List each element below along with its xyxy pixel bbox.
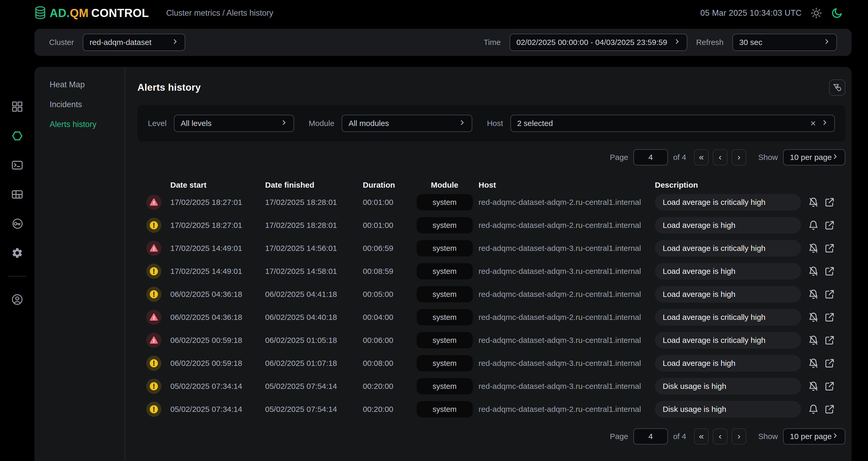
host-cell: red-adqmc-dataset-adqm-3.ru-central1.int… xyxy=(478,336,655,345)
cluster-select[interactable]: red-adqm-dataset xyxy=(83,34,185,51)
next-page-button[interactable]: › xyxy=(732,428,746,444)
warning-level-icon xyxy=(146,402,161,417)
host-cell: red-adqmc-dataset-adqm-3.ru-central1.int… xyxy=(478,382,655,391)
chevron-right-icon xyxy=(832,153,838,162)
previous-page-button[interactable]: ‹ xyxy=(713,428,727,444)
notifications-muted-button[interactable] xyxy=(808,358,818,369)
gear-icon xyxy=(11,247,23,259)
bell-off-icon xyxy=(808,266,818,277)
show-label: Show xyxy=(758,153,778,162)
module-badge: system xyxy=(416,194,473,210)
external-link-icon xyxy=(825,220,835,231)
per-page-value: 10 per page xyxy=(790,432,832,441)
notifications-muted-button[interactable] xyxy=(808,312,818,322)
module-badge: system xyxy=(416,355,473,371)
open-alert-button[interactable] xyxy=(825,220,835,231)
date-finished-cell: 06/02/2025 01:07:18 xyxy=(265,359,363,368)
open-alert-button[interactable] xyxy=(825,312,835,322)
duration-cell: 00:20:00 xyxy=(363,405,411,414)
bell-off-icon xyxy=(808,197,818,207)
per-page-select[interactable]: 10 per page xyxy=(783,149,845,166)
date-start-cell: 05/02/2025 07:34:14 xyxy=(170,382,265,391)
time-range-select[interactable]: 02/02/2025 00:00:00 - 04/03/2025 23:59:5… xyxy=(509,34,687,51)
host-filter-value: 2 selected xyxy=(517,119,553,128)
date-finished-cell: 05/02/2025 07:54:14 xyxy=(265,382,363,391)
light-theme-button[interactable] xyxy=(810,7,822,19)
notifications-on-button[interactable] xyxy=(808,404,818,414)
key-icon xyxy=(11,218,24,230)
icon-sidebar xyxy=(0,67,34,461)
chevron-right-icon xyxy=(281,119,287,128)
bell-off-icon xyxy=(808,312,818,322)
open-alert-button[interactable] xyxy=(825,197,835,207)
external-link-icon xyxy=(825,197,835,207)
open-alert-button[interactable] xyxy=(825,266,835,277)
page-number-input[interactable] xyxy=(633,149,668,166)
critical-level-icon xyxy=(146,241,161,256)
table-row: 06/02/2025 04:36:18 06/02/2025 04:40:18 … xyxy=(137,306,845,329)
column-date-start: Date start xyxy=(170,180,265,190)
refresh-interval-select[interactable]: 30 sec xyxy=(733,34,837,51)
module-badge: system xyxy=(416,263,473,279)
description-pill: Disk usage is high xyxy=(655,401,801,417)
first-page-button[interactable]: « xyxy=(694,428,709,444)
table-row: 17/02/2025 14:49:01 17/02/2025 14:56:01 … xyxy=(137,237,845,260)
dark-theme-button[interactable] xyxy=(831,7,843,19)
notifications-muted-button[interactable] xyxy=(808,197,818,207)
open-alert-button[interactable] xyxy=(825,335,835,345)
sidebar-item-cluster-metrics[interactable] xyxy=(11,129,24,142)
open-alert-button[interactable] xyxy=(825,404,835,414)
logo: AD.QMCONTROL xyxy=(33,6,149,20)
date-finished-cell: 17/02/2025 18:28:01 xyxy=(265,198,363,207)
open-alert-button[interactable] xyxy=(825,358,835,369)
sidebar-divider xyxy=(8,276,26,277)
notifications-muted-button[interactable] xyxy=(808,266,818,277)
sidebar-item-terminal[interactable] xyxy=(11,159,24,171)
filter-reset-icon xyxy=(833,83,842,92)
level-filter-select[interactable]: All levels xyxy=(174,115,294,132)
sidebar-item-settings[interactable] xyxy=(11,247,23,259)
pagination-top: Page of 4 « ‹ › Show 10 per page xyxy=(137,149,845,166)
host-cell: red-adqmc-dataset-adqm-2.ru-central1.int… xyxy=(478,198,655,207)
sidebar-item-access-keys[interactable] xyxy=(11,218,24,230)
next-page-button[interactable]: › xyxy=(732,149,746,166)
notifications-muted-button[interactable] xyxy=(808,381,818,392)
external-link-icon xyxy=(825,404,835,414)
open-alert-button[interactable] xyxy=(825,289,835,299)
previous-page-button[interactable]: ‹ xyxy=(713,149,727,166)
open-alert-button[interactable] xyxy=(825,243,835,254)
duration-cell: 00:06:59 xyxy=(363,244,411,253)
module-filter-label: Module xyxy=(309,119,334,128)
module-filter-select[interactable]: All modules xyxy=(342,115,472,132)
notifications-muted-button[interactable] xyxy=(808,335,818,345)
notifications-muted-button[interactable] xyxy=(808,243,818,254)
sidebar-item-tables[interactable] xyxy=(11,188,24,201)
page-number-input[interactable] xyxy=(633,428,668,444)
duration-cell: 00:20:00 xyxy=(363,382,411,391)
external-link-icon xyxy=(825,358,835,369)
sidebar-item-profile[interactable] xyxy=(11,293,24,306)
description-pill: Load average is high xyxy=(655,355,801,372)
duration-cell: 00:06:00 xyxy=(363,336,411,345)
date-start-cell: 05/02/2025 07:34:14 xyxy=(170,405,265,414)
host-filter-select[interactable]: 2 selected xyxy=(510,115,835,132)
column-host: Host xyxy=(478,180,655,190)
table-row: 17/02/2025 14:49:01 17/02/2025 14:58:01 … xyxy=(137,260,845,283)
date-start-cell: 06/02/2025 04:36:18 xyxy=(170,290,265,299)
section-nav: Heat Map Incidents Alerts history xyxy=(34,67,125,461)
nav-item-incidents[interactable]: Incidents xyxy=(50,98,125,111)
notifications-muted-button[interactable] xyxy=(808,289,818,299)
reset-filters-button[interactable] xyxy=(829,80,845,96)
host-filter-clear-button[interactable] xyxy=(810,120,816,127)
nav-item-heat-map[interactable]: Heat Map xyxy=(50,78,125,91)
current-datetime: 05 Mar 2025 10:34:03 UTC xyxy=(700,8,802,18)
nav-item-alerts-history[interactable]: Alerts history xyxy=(50,118,125,131)
description-pill: Load average is high xyxy=(655,263,801,280)
sidebar-item-dashboard[interactable] xyxy=(11,100,24,113)
notifications-on-button[interactable] xyxy=(808,220,818,231)
first-page-button[interactable]: « xyxy=(694,149,709,166)
refresh-label: Refresh xyxy=(696,38,723,47)
open-alert-button[interactable] xyxy=(825,381,835,392)
chevron-right-icon xyxy=(823,38,830,47)
per-page-select[interactable]: 10 per page xyxy=(783,428,845,444)
